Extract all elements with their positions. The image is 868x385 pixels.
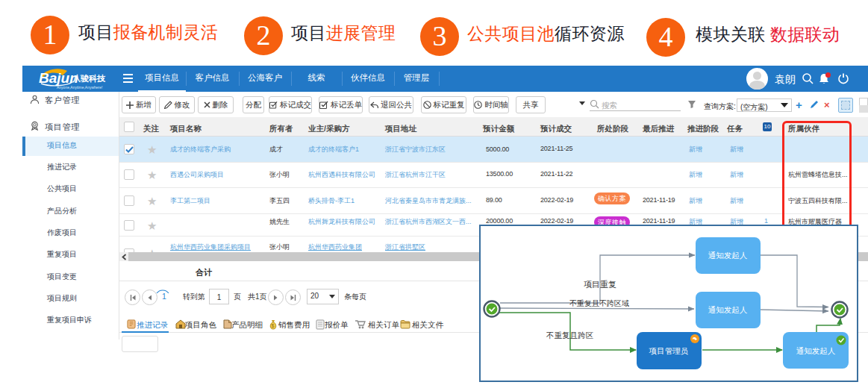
svg-text:通知发起人: 通知发起人 bbox=[708, 305, 748, 314]
svg-text:Anyone,Anytime,Anywhere!: Anyone,Anytime,Anywhere! bbox=[57, 85, 102, 90]
svg-text:项目管理员: 项目管理员 bbox=[649, 346, 689, 355]
svg-text:不重复且不跨区域: 不重复且不跨区域 bbox=[569, 299, 629, 307]
svg-text:$: $ bbox=[272, 323, 275, 328]
svg-text:不重复且跨区: 不重复且跨区 bbox=[546, 331, 594, 339]
svg-text:项目重复: 项目重复 bbox=[584, 280, 616, 289]
svg-text:通知发起人: 通知发起人 bbox=[708, 251, 748, 260]
svg-text:通知发起人: 通知发起人 bbox=[796, 346, 836, 355]
svg-text:八骏科技: 八骏科技 bbox=[72, 74, 106, 83]
